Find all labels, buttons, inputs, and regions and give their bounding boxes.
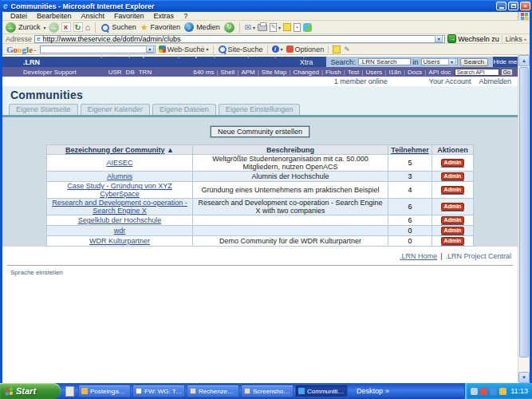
- address-input[interactable]: e http://www.theservice.de/dotlrn/admin/…: [34, 35, 445, 43]
- media-button[interactable]: ♪ Medien: [184, 22, 222, 32]
- history-button[interactable]: ↻: [224, 22, 234, 33]
- menu-item[interactable]: Bearbeiten: [32, 12, 77, 20]
- admin-action-link[interactable]: Admin: [441, 203, 465, 211]
- start-button[interactable]: Start: [0, 383, 61, 399]
- address-url[interactable]: http://www.theservice.de/dotlrn/admin/cl…: [42, 35, 432, 43]
- api-search-go-button[interactable]: Go: [501, 69, 513, 76]
- menu-item[interactable]: Datei: [6, 12, 32, 20]
- taskbar-task-button[interactable]: Screenshots dotLRN...: [241, 385, 294, 397]
- community-name-link[interactable]: Case Study - Gründung von XYZ CyberSpace: [67, 182, 172, 198]
- tray-icon[interactable]: [490, 388, 497, 395]
- devbar-link[interactable]: Shell: [214, 69, 234, 76]
- favorites-button[interactable]: ★ Favoriten: [140, 22, 182, 33]
- menu-item[interactable]: Ansicht: [77, 12, 110, 20]
- address-dropdown-icon[interactable]: ▾: [435, 35, 443, 42]
- taskbar-task-button[interactable]: Rechenzentrum Uni K...: [187, 385, 239, 397]
- devbar-link[interactable]: APM: [234, 69, 254, 76]
- info-dropdown-icon[interactable]: ▾: [281, 46, 283, 52]
- tray-icon[interactable]: [499, 388, 506, 395]
- refresh-button[interactable]: ↻: [73, 22, 83, 32]
- site-search-button[interactable]: Site-Suche: [218, 45, 263, 53]
- restore-button[interactable]: [508, 2, 518, 10]
- admin-action-link[interactable]: Admin: [441, 227, 465, 235]
- window-titlebar[interactable]: e Communities - Microsoft Internet Explo…: [0, 0, 532, 12]
- portal-tab[interactable]: Eigene Einstellungen: [219, 104, 301, 115]
- devbar-link[interactable]: 640 ms: [193, 69, 214, 76]
- menu-item[interactable]: ?: [179, 12, 192, 20]
- lrn-project-central-link[interactable]: .LRN Project Central: [445, 252, 511, 260]
- devbar-link[interactable]: API doc: [422, 69, 451, 76]
- back-button[interactable]: ← Zurück ▾: [6, 22, 46, 33]
- google-search-input[interactable]: ▾: [40, 45, 156, 53]
- sort-by-name-header[interactable]: Bezeichnung der Community: [65, 146, 165, 154]
- edit-dropdown-icon[interactable]: ▾: [278, 25, 281, 30]
- lrn-scope-select[interactable]: Users ▾: [421, 58, 458, 65]
- menu-item[interactable]: Extras: [149, 12, 179, 20]
- google-input-dropdown-icon[interactable]: ▾: [146, 45, 154, 53]
- your-account-link[interactable]: Your Account: [429, 77, 471, 85]
- web-search-button[interactable]: Web-Suche ▾: [159, 45, 209, 53]
- desktop-toolbar[interactable]: Desktop »: [357, 387, 389, 395]
- messenger-button[interactable]: [303, 23, 312, 32]
- options-button[interactable]: Optionen: [286, 45, 325, 53]
- forward-button[interactable]: →: [49, 22, 59, 33]
- devbar-title[interactable]: Developer Support: [23, 69, 77, 76]
- discuss-button[interactable]: [283, 23, 291, 31]
- hide-me-link[interactable]: Hide me: [493, 58, 518, 65]
- community-name-link[interactable]: Research and Development co-operation - …: [52, 199, 187, 215]
- mail-button[interactable]: ✉ ▾: [245, 23, 255, 32]
- admin-action-link[interactable]: Admin: [441, 186, 465, 195]
- set-language-link[interactable]: Sprache einstellen: [10, 269, 63, 276]
- community-name-link[interactable]: Alumnis: [107, 172, 132, 180]
- lrn-home-link[interactable]: .LRN Home: [400, 252, 437, 260]
- tray-icon[interactable]: [480, 388, 487, 395]
- tray-icon[interactable]: [471, 388, 478, 395]
- devbar-link[interactable]: Site Map: [255, 69, 287, 76]
- quick-launch-icon[interactable]: [65, 386, 74, 397]
- links-toolbar[interactable]: Links »: [502, 35, 526, 43]
- web-search-dropdown-icon[interactable]: ▾: [207, 46, 209, 52]
- devbar-link[interactable]: Changed: [286, 69, 319, 76]
- page-info-button[interactable]: i ▾: [272, 45, 283, 53]
- search-button[interactable]: Suchen: [100, 23, 138, 32]
- scroll-up-button[interactable]: ▲: [518, 55, 530, 66]
- lrn-brand[interactable]: .LRN: [23, 58, 40, 66]
- admin-action-link[interactable]: Admin: [441, 237, 465, 246]
- devbar-link[interactable]: I18n: [382, 69, 401, 76]
- community-name-link[interactable]: WDR Kulturpartner: [89, 237, 150, 245]
- vertical-scrollbar[interactable]: ▲ ▼: [518, 55, 530, 383]
- admin-action-link[interactable]: Admin: [441, 216, 465, 225]
- lrn-search-input[interactable]: .LRN Search: [358, 58, 411, 65]
- lrn-search-button[interactable]: Search: [460, 58, 488, 66]
- stop-button[interactable]: ×: [61, 22, 71, 32]
- admin-action-link[interactable]: Admin: [441, 159, 465, 168]
- sort-by-members-header[interactable]: Teilnehmer: [391, 146, 428, 154]
- community-name-link[interactable]: Segelklub der Hochschule: [78, 216, 162, 224]
- community-name-link[interactable]: wdr: [114, 227, 126, 235]
- community-name-link[interactable]: AIESEC: [106, 159, 132, 167]
- taskbar-clock[interactable]: 11:13: [510, 387, 528, 395]
- portal-tab[interactable]: Eigene Dateien: [152, 104, 216, 115]
- devbar-link[interactable]: Test: [341, 69, 360, 76]
- print-button[interactable]: [258, 24, 267, 31]
- minimize-button[interactable]: [496, 2, 506, 10]
- scrollbar-thumb[interactable]: [519, 67, 529, 358]
- devbar-link[interactable]: Docs: [401, 69, 422, 76]
- home-button[interactable]: ⌂: [85, 22, 91, 32]
- menu-item[interactable]: Favoriten: [109, 12, 149, 20]
- go-button[interactable]: → Wechseln zu: [447, 34, 499, 43]
- pencil-icon[interactable]: ✎: [344, 45, 350, 53]
- logout-link[interactable]: Abmelden: [479, 77, 511, 85]
- research-button[interactable]: ▪: [294, 23, 301, 32]
- scroll-down-button[interactable]: ▼: [518, 372, 530, 383]
- api-search-input[interactable]: Search API: [455, 69, 499, 76]
- devbar-link[interactable]: Users: [359, 69, 382, 76]
- portal-tab[interactable]: Eigener Kalender: [81, 104, 151, 115]
- mail-dropdown-icon[interactable]: ▾: [253, 25, 255, 30]
- devbar-mode[interactable]: DB: [126, 69, 135, 76]
- portal-tab[interactable]: Eigene Startseite: [9, 104, 78, 115]
- devbar-mode[interactable]: TRN: [139, 69, 152, 76]
- new-community-button[interactable]: Neue Community erstellen: [211, 126, 309, 137]
- taskbar-task-button[interactable]: Communities - Micros...: [295, 385, 348, 397]
- taskbar-task-button[interactable]: FW: WG: Teilnahme v...: [132, 385, 185, 397]
